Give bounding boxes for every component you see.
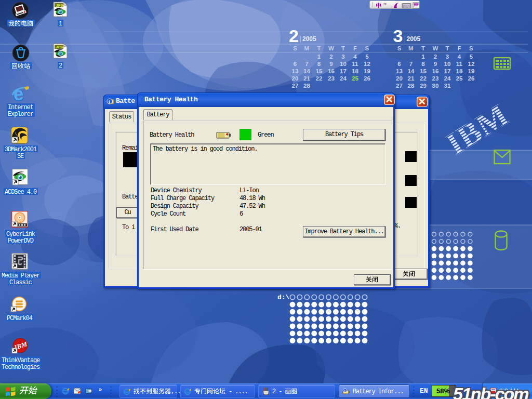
svg-text:2: 2 [59,62,62,69]
svg-text:i: i [344,389,345,393]
svg-text:’°: ’° [383,2,387,7]
svg-text:1: 1 [59,20,62,27]
svg-text:PCMark04: PCMark04 [7,315,33,322]
svg-text:Technologies: Technologies [2,364,40,370]
svg-text:PowerDVD: PowerDVD [8,237,34,244]
svg-text:d:\: d:\ [277,294,290,301]
svg-text:- ....: - .... [225,388,248,395]
svg-text:SE: SE [17,153,24,159]
svg-text:Battery Infor...: Battery Infor... [353,388,404,395]
svg-text:Explorer: Explorer [8,111,34,117]
svg-text:JPG: JPG [56,45,63,49]
svg-text:Classic: Classic [9,279,32,286]
svg-text:2 -: 2 - [272,388,285,395]
svg-text:ACDSee 4.0: ACDSee 4.0 [5,189,37,195]
svg-text:JPG: JPG [56,3,63,8]
